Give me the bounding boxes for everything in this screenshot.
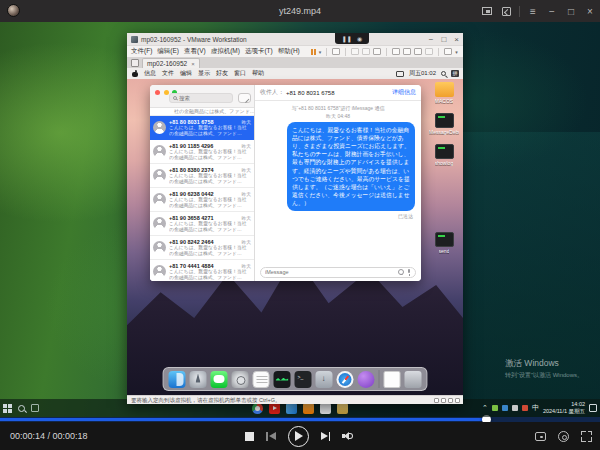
video-area[interactable]: mp02-160952 - VMware Workstation ❚❚◉ − □… <box>0 22 600 417</box>
textedit-dock-icon[interactable] <box>253 371 270 388</box>
menu-icon[interactable]: ≡ <box>527 5 539 17</box>
macos-menu-item[interactable]: 窗口 <box>234 69 246 78</box>
vm-close-button[interactable]: × <box>454 35 459 44</box>
installer-dock-icon[interactable] <box>316 371 333 388</box>
vm-pause-caret-icon[interactable]: ▾ <box>319 49 322 55</box>
pip-icon[interactable] <box>481 5 493 17</box>
volume-icon[interactable] <box>342 431 355 442</box>
settings-gear-icon[interactable] <box>558 431 569 442</box>
conversation-item[interactable]: +81 90 8242 2464昨天こんにちは、親愛なるお客様！当社の金融商品に… <box>150 236 254 260</box>
send-desktop-icon[interactable]: send <box>435 232 454 254</box>
facetime-dock-icon[interactable] <box>358 371 375 388</box>
youtube-taskbar-icon[interactable] <box>269 403 280 414</box>
finder-dock-icon[interactable] <box>169 371 186 388</box>
vm-menu-item[interactable]: 虚拟机(M) <box>211 47 240 56</box>
vm-library-caret-icon[interactable]: ▾ <box>455 49 458 55</box>
apple-menu-icon[interactable] <box>132 70 138 77</box>
macos-menu-item[interactable]: 显示 <box>198 69 210 78</box>
macos-ime-badge[interactable]: 拼 <box>451 70 459 77</box>
chrome-taskbar-icon[interactable] <box>252 403 263 414</box>
play-button[interactable] <box>288 426 309 447</box>
tray-app-icon-2[interactable] <box>502 405 508 411</box>
close-button[interactable]: × <box>584 5 596 17</box>
tray-app-icon-4[interactable] <box>522 405 528 411</box>
start-button-icon[interactable] <box>3 404 12 413</box>
messagedebug-desktop-icon[interactable]: MessageDebug <box>429 113 459 135</box>
conversation-item[interactable]: +81 80 8380 2374昨天こんにちは、親愛なるお客様！当社の金融商品に… <box>150 164 254 188</box>
tray-app-icon-1[interactable] <box>492 405 498 411</box>
emoji-icon[interactable] <box>398 269 404 275</box>
macos-menu-item[interactable]: 文件 <box>162 69 174 78</box>
vm-library-button[interactable] <box>444 48 452 55</box>
mail-taskbar-icon[interactable] <box>286 403 297 414</box>
conversation-item[interactable]: +81 90 3658 4271昨天こんにちは、親愛なるお客様！当社の金融商品に… <box>150 212 254 236</box>
showlog-desktop-icon[interactable]: showlog <box>435 144 454 166</box>
tray-chevron-icon[interactable]: ⌃ <box>482 404 488 412</box>
conversation-item-partial[interactable]: 社の金融商品には株式、ファンド… <box>150 108 254 116</box>
vm-revert-snapshot-button[interactable] <box>362 48 370 55</box>
activity-monitor-dock-icon[interactable] <box>274 371 291 388</box>
microphone-icon[interactable] <box>407 269 411 276</box>
document-dock-icon[interactable] <box>384 371 401 388</box>
compose-button[interactable] <box>238 93 251 103</box>
vm-console-view-button[interactable] <box>392 48 400 55</box>
taskbar-search-icon[interactable] <box>18 405 25 412</box>
conversation-item[interactable]: +81 80 8031 6758昨天こんにちは、親愛なるお客様！当社の金融商品に… <box>150 116 254 140</box>
vm-tab[interactable]: mp02-160952 × <box>142 58 200 68</box>
next-button[interactable] <box>321 432 331 441</box>
pin-window-icon[interactable] <box>500 5 512 17</box>
close-traffic-light[interactable] <box>155 90 160 95</box>
vm-menu-item[interactable]: 帮助(H) <box>278 47 300 56</box>
macos-menu-item[interactable]: 帮助 <box>252 69 264 78</box>
conversation-search[interactable] <box>169 93 233 103</box>
spotlight-icon[interactable] <box>441 71 446 76</box>
message-input-field[interactable] <box>260 267 416 278</box>
conversation-item[interactable]: +81 70 4441 4884昨天こんにちは、親愛なるお客様！当社の金融商品に… <box>150 260 254 281</box>
tray-app-icon-3[interactable] <box>512 405 518 411</box>
messages-dock-icon[interactable] <box>211 371 228 388</box>
vm-menu-item[interactable]: 查看(V) <box>184 47 206 56</box>
snapshot-button[interactable] <box>535 432 546 441</box>
vm-menu-item[interactable]: 文件(F) <box>131 47 152 56</box>
previous-button[interactable] <box>266 432 276 441</box>
vm-fullscreen-button[interactable] <box>414 48 422 55</box>
vm-stretch-button[interactable] <box>425 48 433 55</box>
search-input[interactable] <box>179 95 219 101</box>
stop-button[interactable] <box>245 432 254 441</box>
store-taskbar-icon[interactable] <box>320 403 331 414</box>
macos-menu-item[interactable]: 编辑 <box>180 69 192 78</box>
vm-unity-button[interactable] <box>403 48 411 55</box>
vm-snapshot-button[interactable] <box>351 48 359 55</box>
conversation-item[interactable]: +81 90 1185 4296昨天こんにちは、親愛なるお客様！当社の金融商品に… <box>150 140 254 164</box>
details-link[interactable]: 详细信息 <box>392 88 416 97</box>
ime-indicator[interactable]: 中 <box>532 403 539 413</box>
explorer-taskbar-icon[interactable] <box>337 403 348 414</box>
clock-date[interactable]: 14:02 2024/11/1 星期五 <box>543 401 585 414</box>
vm-minimize-button[interactable]: − <box>429 35 434 44</box>
system-preferences-dock-icon[interactable] <box>232 371 249 388</box>
conversation-item[interactable]: +81 90 6238 0442昨天こんにちは、親愛なるお客様！当社の金融商品に… <box>150 188 254 212</box>
vm-home-tab-icon[interactable] <box>131 59 139 67</box>
maximize-button[interactable]: □ <box>565 5 577 17</box>
vm-pause-button[interactable] <box>311 49 316 55</box>
display-status-icon[interactable] <box>396 71 404 77</box>
vm-device-icons[interactable] <box>434 398 460 403</box>
vm-menu-item[interactable]: 编辑(E) <box>157 47 179 56</box>
imessage-input[interactable] <box>265 269 395 275</box>
minimize-button[interactable]: − <box>546 5 558 17</box>
macos-menu-item[interactable]: 好友 <box>216 69 228 78</box>
vm-maximize-button[interactable]: □ <box>441 35 446 44</box>
safari-dock-icon[interactable] <box>337 371 354 388</box>
vm-grab-toolbar[interactable]: ❚❚◉ <box>335 33 369 44</box>
vm-ctrl-alt-del-button[interactable] <box>332 48 340 55</box>
task-view-icon[interactable] <box>31 404 39 412</box>
vm-menu-item[interactable]: 选项卡(T) <box>245 47 273 56</box>
trash-dock-icon[interactable] <box>405 371 422 388</box>
macos-desktop-icon[interactable]: MACOS <box>435 82 454 104</box>
notification-center-icon[interactable] <box>589 404 597 412</box>
folder-orange-taskbar-icon[interactable] <box>303 403 314 414</box>
minimize-traffic-light[interactable] <box>164 90 169 95</box>
launchpad-dock-icon[interactable] <box>190 371 207 388</box>
vm-manage-snapshot-button[interactable] <box>373 48 381 55</box>
terminal-dock-icon[interactable] <box>295 371 312 388</box>
